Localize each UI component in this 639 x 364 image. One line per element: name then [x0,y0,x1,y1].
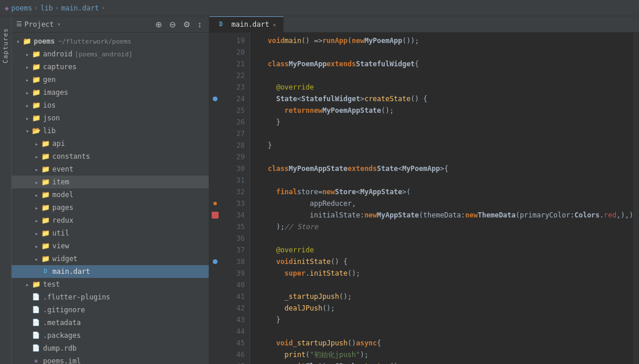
code-content[interactable]: void main() => runApp(new MyPoemApp()); … [250,33,633,364]
ln-19: 19 [221,35,249,47]
tree-label-api: api [52,140,65,148]
gutter-34 [209,209,221,221]
settings-button[interactable]: ⚙ [181,19,193,30]
tree-arrow-ios[interactable] [23,102,31,109]
gutter-39 [209,267,221,279]
tree-item-ios[interactable]: 📁 ios [12,99,209,112]
tree-arrow-item[interactable] [33,179,41,185]
tree-item-packages[interactable]: 📄 .packages [12,329,209,342]
code-line-22 [250,70,633,81]
tree-label-model: model [52,191,73,199]
tree-arrow-model[interactable] [33,192,41,198]
gutter-41 [209,291,221,302]
var-appreducer-33: appReducer, [310,198,356,209]
breadcrumb-icon: ◈ [5,4,9,12]
tree-item-poems[interactable]: 📁 poems ~/flutterwork/poems [12,35,209,48]
fn-startupjpush-41: _startupJpush [284,291,339,302]
tree-arrow-event[interactable] [33,166,41,173]
cls-themedata-34: ThemeData [478,209,516,221]
tree-item-constants[interactable]: 📁 constants [12,150,209,163]
tree-item-pages[interactable]: 📁 pages [12,201,209,214]
tree-item-flutter-plugins[interactable]: 📄 .flutter-plugins [12,291,209,304]
tree-label-poems-path: ~/flutterwork/poems [58,38,131,45]
cls-state-30: State [377,163,398,174]
tree-item-widget[interactable]: 📁 widget [12,252,209,265]
editor-scrollbar[interactable] [633,33,639,364]
tree-item-api[interactable]: 📁 api [12,137,209,150]
breakpoint-34[interactable] [212,212,219,219]
tree-item-android[interactable]: 📁 android [poems_android] [12,48,209,60]
tree-item-model[interactable]: 📁 model [12,188,209,201]
tree-item-metadata[interactable]: 📄 .metadata [12,316,209,329]
ln-38: 38 [221,256,249,267]
sidebar-dropdown[interactable]: ▾ [58,21,61,27]
tree-item-gitignore[interactable]: 📄 .gitignore [12,304,209,316]
sort-button[interactable]: ↕ [195,19,204,30]
kw-class-21: class [267,58,288,70]
breadcrumb-poems[interactable]: poems [11,4,32,12]
tree-arrow-poems[interactable] [14,38,22,45]
tree-arrow-util[interactable] [33,230,41,237]
breadcrumb-main-dart[interactable]: main.dart [61,4,99,12]
tree-arrow-android[interactable] [23,51,31,58]
collapse-button[interactable]: ⊖ [167,19,179,30]
tree-item-main-dart[interactable]: D main.dart [12,265,209,278]
ln-44: 44 [221,326,249,337]
breadcrumb-lib[interactable]: lib [40,4,53,12]
tab-main-dart[interactable]: D main.dart ✕ [209,16,284,33]
var-initialstate-34: initialState [310,209,360,221]
tree-item-event[interactable]: 📁 event [12,163,209,176]
tree-arrow-pages[interactable] [33,205,41,211]
tree-item-view[interactable]: 📁 view [12,240,209,252]
gutter-30 [209,163,221,174]
tree-arrow-json[interactable] [23,115,31,122]
gutter-44 [209,326,221,337]
tree-item-images[interactable]: 📁 images [12,86,209,99]
comment-35: // Store [284,221,318,233]
tree-arrow-constants[interactable] [33,154,41,160]
tree-item-gen[interactable]: 📁 gen [12,73,209,86]
tree-item-json[interactable]: 📁 json [12,112,209,124]
tab-close-main-dart[interactable]: ✕ [273,22,276,28]
ln-47: 47 [221,361,249,364]
gutter-32 [209,186,221,198]
tree-item-redux[interactable]: 📁 redux [12,214,209,227]
tree-label-json: json [43,114,60,122]
tree-label-pages: pages [52,204,73,212]
cls-30: MyPoemAppState [289,163,348,174]
line-numbers: 19 20 21 22 23 24 25 26 27 28 29 30 31 3… [221,33,250,364]
code-line-44 [250,326,633,337]
tree-arrow-redux[interactable] [33,217,41,224]
kw-super-39: super [284,267,305,279]
tree-item-poems-iml[interactable]: ◈ poems.iml [12,355,209,364]
ln-33: 33 [221,198,249,209]
code-line-38: void initState() { [250,256,633,267]
tree-label-redux: redux [52,216,73,224]
ln-24: 24 [221,93,249,105]
gutter-40 [209,279,221,291]
ang-30: < [398,163,402,174]
sync-button[interactable]: ⊕ [153,19,165,30]
gutter-marker-24 [213,97,217,101]
kw-void-19: void [267,35,284,47]
tree-item-item[interactable]: 📁 item [12,176,209,188]
tree-arrow-lib[interactable] [23,128,31,134]
kw-new-34: new [365,209,377,221]
tree-item-lib[interactable]: 📂 lib [12,124,209,137]
folder-icon-constants: 📁 [41,152,50,161]
tree-item-captures[interactable]: 📁 captures [12,60,209,73]
tree-label-lib: lib [43,127,56,135]
tree-arrow-widget[interactable] [33,256,41,262]
tree-arrow-images[interactable] [23,90,31,96]
tree-arrow-api[interactable] [33,141,41,147]
captures-tab[interactable]: Captures [2,28,9,63]
tree-item-dump-rdb[interactable]: 📄 dump.rdb [12,342,209,355]
tree-item-test[interactable]: 📁 test [12,278,209,291]
tree-arrow-captures[interactable] [23,64,31,70]
tree-item-util[interactable]: 📁 util [12,227,209,240]
tree-arrow-gen[interactable] [23,77,31,83]
tree-label-android: android [43,50,73,58]
tree-arrow-test[interactable] [23,281,31,288]
punct-47: (); [390,361,402,364]
tree-arrow-view[interactable] [33,243,41,249]
